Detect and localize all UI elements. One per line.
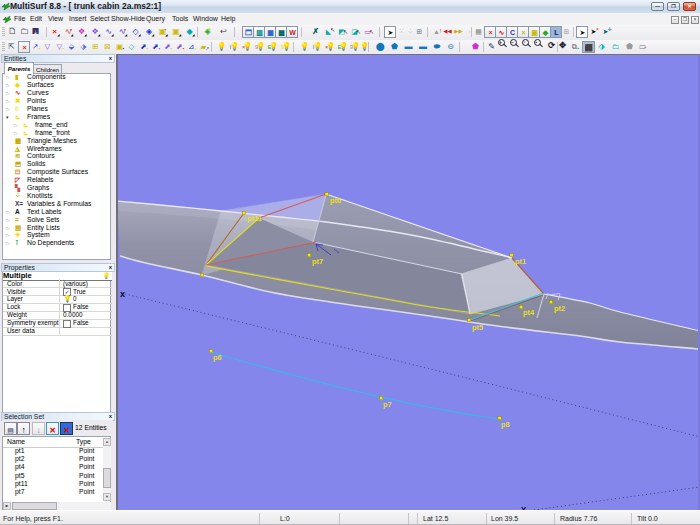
svg-text:pt6: pt6 <box>330 196 341 205</box>
svg-text:pt1: pt1 <box>515 257 526 266</box>
svg-text:p8: p8 <box>501 420 510 429</box>
svg-text:pt5: pt5 <box>472 323 483 332</box>
svg-text:x: x <box>120 289 125 299</box>
svg-text:p6: p6 <box>213 353 222 362</box>
svg-text:pt4: pt4 <box>523 308 535 317</box>
svg-text:pt11: pt11 <box>247 214 262 223</box>
svg-text:pt7: pt7 <box>312 257 323 266</box>
svg-text:pt2: pt2 <box>554 304 565 313</box>
svg-text:p7: p7 <box>383 400 392 409</box>
